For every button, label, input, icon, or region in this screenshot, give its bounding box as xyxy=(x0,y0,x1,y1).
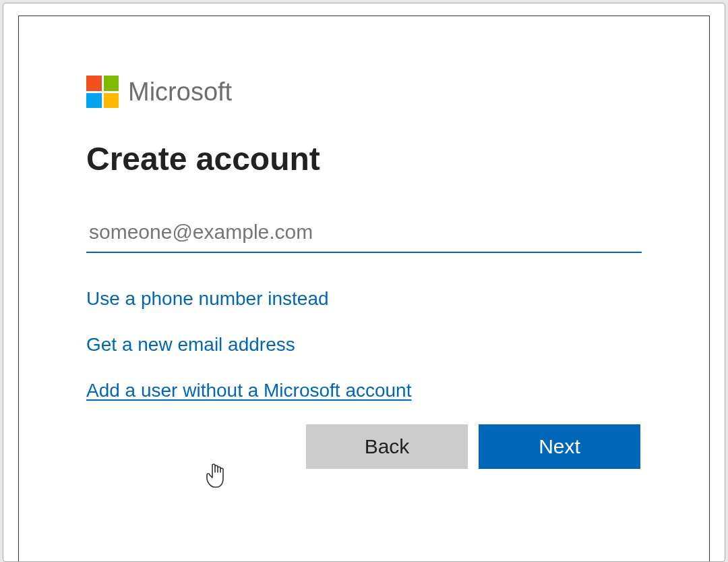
page-title: Create account xyxy=(86,140,642,177)
microsoft-logo-icon xyxy=(86,76,119,108)
add-user-without-ms-account-link[interactable]: Add a user without a Microsoft account xyxy=(86,380,411,401)
action-button-row: Back Next xyxy=(86,424,642,469)
use-phone-link[interactable]: Use a phone number instead xyxy=(86,288,329,310)
email-field-wrap xyxy=(86,215,642,253)
back-button[interactable]: Back xyxy=(306,424,468,469)
brand-name: Microsoft xyxy=(128,78,232,107)
email-input[interactable] xyxy=(86,215,642,253)
alternate-options: Use a phone number instead Get a new ema… xyxy=(86,288,642,401)
next-button[interactable]: Next xyxy=(479,424,640,469)
get-new-email-link[interactable]: Get a new email address xyxy=(86,334,295,356)
brand-row: Microsoft xyxy=(86,76,642,108)
dialog-outer-frame: Microsoft Create account Use a phone num… xyxy=(3,3,725,562)
create-account-panel: Microsoft Create account Use a phone num… xyxy=(18,16,710,561)
